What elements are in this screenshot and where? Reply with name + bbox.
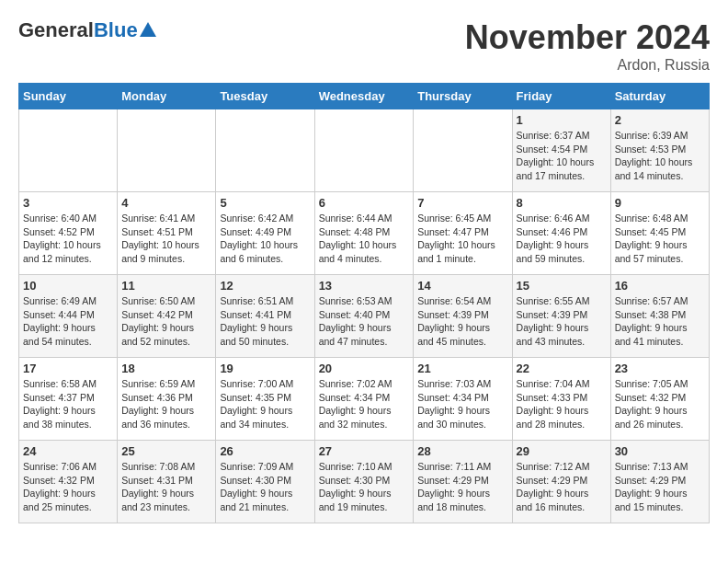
day-cell: 21Sunrise: 7:03 AMSunset: 4:34 PMDayligh…: [414, 358, 512, 441]
day-cell: 14Sunrise: 6:54 AMSunset: 4:39 PMDayligh…: [414, 275, 512, 358]
day-number: 24: [23, 444, 113, 458]
title-block: November 2024 Ardon, Russia: [465, 18, 710, 74]
day-info: Sunrise: 6:39 AMSunset: 4:53 PMDaylight:…: [615, 129, 705, 183]
day-cell: 3Sunrise: 6:40 AMSunset: 4:52 PMDaylight…: [19, 192, 118, 275]
day-number: 17: [23, 362, 113, 375]
day-cell: 20Sunrise: 7:02 AMSunset: 4:34 PMDayligh…: [314, 358, 414, 441]
column-header-friday: Friday: [512, 84, 610, 109]
day-number: 20: [319, 362, 410, 375]
day-number: 7: [417, 196, 507, 210]
day-cell: 24Sunrise: 7:06 AMSunset: 4:32 PMDayligh…: [19, 441, 118, 523]
day-info: Sunrise: 6:58 AMSunset: 4:37 PMDaylight:…: [23, 377, 113, 431]
day-number: 26: [220, 444, 310, 458]
page-header: General Blue November 2024 Ardon, Russia: [18, 18, 710, 74]
day-info: Sunrise: 6:50 AMSunset: 4:42 PMDaylight:…: [121, 294, 211, 349]
day-cell: 15Sunrise: 6:55 AMSunset: 4:39 PMDayligh…: [512, 275, 610, 358]
day-cell: 23Sunrise: 7:05 AMSunset: 4:32 PMDayligh…: [610, 358, 709, 441]
column-header-thursday: Thursday: [414, 84, 512, 109]
day-cell: 13Sunrise: 6:53 AMSunset: 4:40 PMDayligh…: [314, 275, 414, 358]
day-info: Sunrise: 7:03 AMSunset: 4:34 PMDaylight:…: [417, 377, 507, 431]
day-cell: 25Sunrise: 7:08 AMSunset: 4:31 PMDayligh…: [118, 441, 216, 523]
week-row-5: 24Sunrise: 7:06 AMSunset: 4:32 PMDayligh…: [19, 441, 710, 523]
day-cell: 26Sunrise: 7:09 AMSunset: 4:30 PMDayligh…: [216, 441, 314, 523]
day-cell: 2Sunrise: 6:39 AMSunset: 4:53 PMDaylight…: [610, 109, 709, 192]
day-number: 18: [121, 362, 211, 375]
day-cell: 10Sunrise: 6:49 AMSunset: 4:44 PMDayligh…: [19, 275, 118, 358]
day-number: 21: [417, 362, 507, 375]
day-cell: 18Sunrise: 6:59 AMSunset: 4:36 PMDayligh…: [118, 358, 216, 441]
day-info: Sunrise: 6:42 AMSunset: 4:49 PMDaylight:…: [220, 212, 310, 266]
week-row-3: 10Sunrise: 6:49 AMSunset: 4:44 PMDayligh…: [19, 275, 710, 358]
day-cell: 8Sunrise: 6:46 AMSunset: 4:46 PMDaylight…: [512, 192, 610, 275]
logo-blue-text: Blue: [94, 18, 138, 42]
column-header-monday: Monday: [118, 84, 216, 109]
day-cell: [414, 109, 512, 192]
day-info: Sunrise: 6:44 AMSunset: 4:48 PMDaylight:…: [319, 212, 410, 266]
week-row-1: 1Sunrise: 6:37 AMSunset: 4:54 PMDaylight…: [19, 109, 710, 192]
day-info: Sunrise: 6:59 AMSunset: 4:36 PMDaylight:…: [121, 377, 211, 431]
day-number: 9: [615, 196, 705, 210]
calendar-table: SundayMondayTuesdayWednesdayThursdayFrid…: [18, 83, 710, 523]
day-cell: 19Sunrise: 7:00 AMSunset: 4:35 PMDayligh…: [216, 358, 314, 441]
day-number: 11: [121, 279, 211, 293]
day-info: Sunrise: 6:55 AMSunset: 4:39 PMDaylight:…: [517, 294, 607, 349]
day-info: Sunrise: 6:49 AMSunset: 4:44 PMDaylight:…: [23, 294, 113, 349]
day-info: Sunrise: 7:12 AMSunset: 4:29 PMDaylight:…: [517, 460, 607, 514]
day-info: Sunrise: 6:37 AMSunset: 4:54 PMDaylight:…: [517, 129, 607, 183]
day-info: Sunrise: 7:00 AMSunset: 4:35 PMDaylight:…: [220, 377, 310, 431]
day-number: 29: [517, 444, 607, 458]
day-info: Sunrise: 6:40 AMSunset: 4:52 PMDaylight:…: [23, 212, 113, 266]
day-cell: 5Sunrise: 6:42 AMSunset: 4:49 PMDaylight…: [216, 192, 314, 275]
day-cell: [19, 109, 118, 192]
day-number: 3: [23, 196, 113, 210]
column-header-saturday: Saturday: [610, 84, 709, 109]
day-number: 28: [417, 444, 507, 458]
day-info: Sunrise: 6:48 AMSunset: 4:45 PMDaylight:…: [615, 212, 705, 266]
day-number: 23: [615, 362, 705, 375]
day-cell: 16Sunrise: 6:57 AMSunset: 4:38 PMDayligh…: [610, 275, 709, 358]
day-number: 25: [121, 444, 211, 458]
day-cell: 22Sunrise: 7:04 AMSunset: 4:33 PMDayligh…: [512, 358, 610, 441]
week-row-2: 3Sunrise: 6:40 AMSunset: 4:52 PMDaylight…: [19, 192, 710, 275]
day-cell: 9Sunrise: 6:48 AMSunset: 4:45 PMDaylight…: [610, 192, 709, 275]
day-number: 27: [319, 444, 410, 458]
day-cell: 12Sunrise: 6:51 AMSunset: 4:41 PMDayligh…: [216, 275, 314, 358]
day-info: Sunrise: 6:45 AMSunset: 4:47 PMDaylight:…: [417, 212, 507, 266]
svg-marker-0: [140, 22, 156, 37]
location: Ardon, Russia: [465, 57, 710, 74]
logo-general-text: General: [18, 18, 94, 42]
day-info: Sunrise: 6:54 AMSunset: 4:39 PMDaylight:…: [417, 294, 507, 349]
day-number: 10: [23, 279, 113, 293]
logo-icon: [140, 22, 156, 37]
day-number: 5: [220, 196, 310, 210]
day-cell: [216, 109, 314, 192]
day-info: Sunrise: 7:06 AMSunset: 4:32 PMDaylight:…: [23, 460, 113, 514]
day-number: 1: [517, 113, 607, 127]
calendar-header-row: SundayMondayTuesdayWednesdayThursdayFrid…: [19, 84, 710, 109]
day-number: 2: [615, 113, 705, 127]
day-cell: 29Sunrise: 7:12 AMSunset: 4:29 PMDayligh…: [512, 441, 610, 523]
day-info: Sunrise: 6:46 AMSunset: 4:46 PMDaylight:…: [517, 212, 607, 266]
logo: General Blue: [18, 18, 156, 42]
day-info: Sunrise: 6:53 AMSunset: 4:40 PMDaylight:…: [319, 294, 410, 349]
day-info: Sunrise: 7:02 AMSunset: 4:34 PMDaylight:…: [319, 377, 410, 431]
column-header-tuesday: Tuesday: [216, 84, 314, 109]
day-cell: 1Sunrise: 6:37 AMSunset: 4:54 PMDaylight…: [512, 109, 610, 192]
day-number: 14: [417, 279, 507, 293]
day-number: 6: [319, 196, 410, 210]
day-info: Sunrise: 7:08 AMSunset: 4:31 PMDaylight:…: [121, 460, 211, 514]
day-info: Sunrise: 7:10 AMSunset: 4:30 PMDaylight:…: [319, 460, 410, 514]
day-number: 22: [517, 362, 607, 375]
day-info: Sunrise: 7:13 AMSunset: 4:29 PMDaylight:…: [615, 460, 705, 514]
week-row-4: 17Sunrise: 6:58 AMSunset: 4:37 PMDayligh…: [19, 358, 710, 441]
day-cell: 6Sunrise: 6:44 AMSunset: 4:48 PMDaylight…: [314, 192, 414, 275]
day-cell: 27Sunrise: 7:10 AMSunset: 4:30 PMDayligh…: [314, 441, 414, 523]
day-cell: 7Sunrise: 6:45 AMSunset: 4:47 PMDaylight…: [414, 192, 512, 275]
day-info: Sunrise: 6:51 AMSunset: 4:41 PMDaylight:…: [220, 294, 310, 349]
day-cell: 11Sunrise: 6:50 AMSunset: 4:42 PMDayligh…: [118, 275, 216, 358]
day-number: 13: [319, 279, 410, 293]
month-title: November 2024: [465, 18, 710, 57]
column-header-sunday: Sunday: [19, 84, 118, 109]
day-cell: 4Sunrise: 6:41 AMSunset: 4:51 PMDaylight…: [118, 192, 216, 275]
day-info: Sunrise: 7:11 AMSunset: 4:29 PMDaylight:…: [417, 460, 507, 514]
